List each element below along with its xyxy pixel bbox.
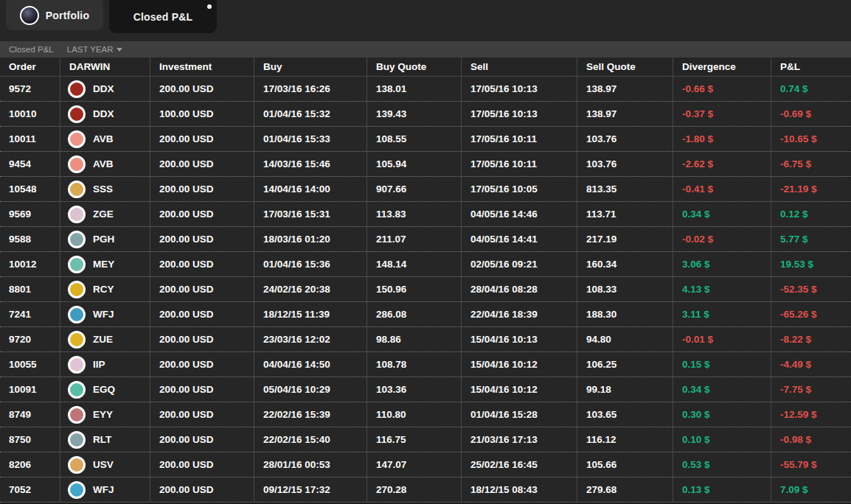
table-row[interactable]: 8749EYY200.00 USD22/02/16 15:39110.8001/…	[0, 402, 851, 427]
investment-cell: 200.00 USD	[150, 127, 254, 151]
pnl-cell: 0.74 $	[771, 77, 851, 101]
darwin-avatar	[68, 130, 86, 148]
buy-date-cell: 22/02/16 15:39	[254, 402, 367, 427]
sell-date-cell: 17/05/16 10:11	[462, 152, 577, 176]
order-cell: 9454	[0, 152, 60, 176]
table-row[interactable]: 10010DDX100.00 USD01/04/16 15:32139.4317…	[0, 102, 851, 127]
darwin-cell[interactable]: ZUE	[60, 327, 150, 351]
darwin-cell[interactable]: ZGE	[60, 202, 150, 226]
table-row[interactable]: 9720ZUE200.00 USD23/03/16 12:0298.8615/0…	[0, 327, 851, 352]
darwin-cell[interactable]: EGQ	[60, 377, 150, 402]
investment-cell: 200.00 USD	[150, 352, 254, 377]
investment-cell: 200.00 USD	[150, 402, 254, 427]
order-cell: 8801	[0, 277, 60, 301]
buy-quote-cell: 103.36	[367, 377, 462, 402]
order-cell: 8750	[0, 427, 60, 452]
buy-quote-cell: 150.96	[367, 277, 462, 301]
table-row[interactable]: 9588PGH200.00 USD18/03/16 01:20211.0704/…	[0, 227, 851, 252]
table-body: 9572DDX200.00 USD17/03/16 16:26138.0117/…	[0, 77, 851, 503]
divergence-cell: 0.13 $	[673, 477, 771, 502]
table-row[interactable]: 8750RLT200.00 USD22/02/16 15:40116.7521/…	[0, 427, 851, 452]
darwin-cell[interactable]: WFJ	[60, 302, 150, 326]
table-row[interactable]: 7052WFJ200.00 USD09/12/15 17:32270.2818/…	[0, 477, 851, 503]
buy-date-cell: 14/03/16 15:46	[254, 152, 367, 176]
order-cell: 9572	[0, 77, 60, 101]
pnl-cell: -7.75 $	[771, 377, 851, 402]
buy-quote-cell: 110.80	[367, 402, 462, 427]
darwin-cell[interactable]: RLT	[60, 427, 150, 452]
buy-quote-cell: 147.07	[367, 452, 462, 477]
buy-quote-cell: 116.75	[367, 427, 462, 452]
darwin-cell[interactable]: IIP	[60, 352, 150, 377]
investment-cell: 200.00 USD	[150, 177, 254, 201]
tab-portfolio[interactable]: Portfolio	[6, 0, 103, 30]
period-dropdown[interactable]: LAST YEAR	[67, 45, 122, 54]
table-row[interactable]: 10055IIP200.00 USD04/04/16 14:50108.7815…	[0, 352, 851, 377]
darwin-name: SSS	[93, 183, 113, 195]
table-row[interactable]: 9454AVB200.00 USD14/03/16 15:46105.9417/…	[0, 152, 851, 177]
buy-quote-cell: 138.01	[367, 77, 462, 101]
table-row[interactable]: 8206USV200.00 USD28/01/16 00:53147.0725/…	[0, 452, 851, 477]
table-row[interactable]: 10091EGQ200.00 USD05/04/16 10:29103.3615…	[0, 377, 851, 402]
investment-cell: 200.00 USD	[150, 302, 254, 326]
buy-date-cell: 04/04/16 14:50	[254, 352, 367, 377]
sell-quote-cell: 99.18	[577, 377, 673, 402]
investment-cell: 200.00 USD	[150, 327, 254, 351]
darwin-avatar	[68, 381, 86, 399]
column-header-sell: Sell	[462, 57, 577, 76]
sell-date-cell: 22/04/16 18:39	[462, 302, 577, 326]
darwin-cell[interactable]: WFJ	[60, 477, 150, 502]
darwin-name: AVB	[93, 133, 114, 144]
darwin-name: RCY	[93, 284, 114, 295]
table-row[interactable]: 10011AVB200.00 USD01/04/16 15:33108.5517…	[0, 127, 851, 152]
sell-quote-cell: 138.97	[577, 77, 673, 101]
table-row[interactable]: 10012MEY200.00 USD01/04/16 15:36148.1402…	[0, 252, 851, 277]
table-row[interactable]: 10548SSS200.00 USD14/04/16 14:00907.6617…	[0, 177, 851, 202]
pnl-cell: 19.53 $	[771, 252, 851, 276]
table-row[interactable]: 8801RCY200.00 USD24/02/16 20:38150.9628/…	[0, 277, 851, 302]
column-header-sell-quote: Sell Quote	[577, 57, 673, 76]
portfolio-logo-icon	[20, 6, 39, 25]
pnl-cell: -10.65 $	[771, 127, 851, 151]
darwin-cell[interactable]: DDX	[60, 102, 150, 126]
order-cell: 7052	[0, 477, 60, 502]
pnl-cell: -4.49 $	[771, 352, 851, 377]
darwin-cell[interactable]: AVB	[60, 152, 150, 176]
darwin-name: ZUE	[93, 334, 113, 345]
pnl-cell: 5.77 $	[771, 227, 851, 251]
darwin-avatar	[68, 155, 86, 173]
column-header-divergence: Divergence	[673, 57, 771, 76]
darwin-cell[interactable]: USV	[60, 452, 150, 477]
sell-date-cell: 17/05/16 10:13	[462, 102, 577, 126]
darwin-cell[interactable]: SSS	[60, 177, 150, 201]
table-row[interactable]: 7241WFJ200.00 USD18/12/15 11:39286.0822/…	[0, 302, 851, 327]
tab-closed-pnl[interactable]: Closed P&L	[109, 0, 217, 33]
buy-date-cell: 28/01/16 00:53	[254, 452, 367, 477]
tab-closed-pnl-label: Closed P&L	[133, 11, 193, 23]
darwin-name: EGQ	[93, 384, 115, 395]
divergence-cell: 0.34 $	[673, 202, 771, 226]
buy-quote-cell: 139.43	[367, 102, 462, 126]
darwin-name: RLT	[93, 434, 111, 445]
investment-cell: 200.00 USD	[150, 152, 254, 176]
darwin-avatar	[68, 231, 86, 248]
pnl-cell: -6.75 $	[771, 152, 851, 176]
order-cell: 10091	[0, 377, 60, 402]
investment-cell: 200.00 USD	[150, 277, 254, 301]
sell-date-cell: 01/04/16 15:28	[462, 402, 577, 427]
darwin-cell[interactable]: AVB	[60, 127, 150, 151]
darwin-name: AVB	[93, 158, 114, 169]
buy-date-cell: 05/04/16 10:29	[254, 377, 367, 402]
divergence-cell: 0.53 $	[673, 452, 771, 477]
darwin-cell[interactable]: PGH	[60, 227, 150, 251]
table-row[interactable]: 9572DDX200.00 USD17/03/16 16:26138.0117/…	[0, 77, 851, 102]
darwin-cell[interactable]: MEY	[60, 252, 150, 276]
darwin-cell[interactable]: DDX	[60, 77, 150, 101]
sell-date-cell: 15/04/16 10:12	[462, 377, 577, 402]
sell-quote-cell: 103.76	[577, 152, 673, 176]
table-row[interactable]: 9569ZGE200.00 USD17/03/16 15:31113.8304/…	[0, 202, 851, 227]
darwin-cell[interactable]: RCY	[60, 277, 150, 301]
order-cell: 10548	[0, 177, 60, 201]
darwin-cell[interactable]: EYY	[60, 402, 150, 427]
pnl-cell: -55.79 $	[771, 452, 851, 477]
